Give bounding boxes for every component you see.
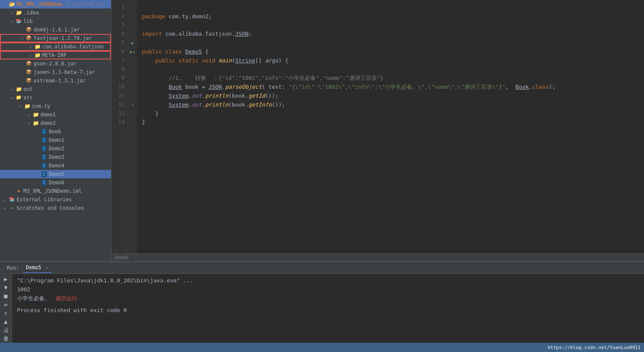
fastjson-jar[interactable]: 📦 fastjson-1.2.70.jar (0, 34, 111, 42)
out-folder[interactable]: out (0, 85, 111, 93)
demo1-label: demo1 (40, 112, 56, 118)
ext-libraries[interactable]: 📚 External Libraries (0, 195, 111, 204)
demo5-tab[interactable]: Demo5 ✕ (23, 263, 52, 273)
gson-jar[interactable]: 📦 gson-2.8.6.jar (0, 59, 111, 68)
demo1-icon (32, 111, 39, 118)
d1-icon (41, 137, 48, 144)
jaxen-jar[interactable]: 📦 jaxen-1.1-beta-7.jar (0, 68, 111, 76)
d2-icon (41, 145, 48, 152)
iml-file[interactable]: ◆ M3_XML_JSONDemo.iml (0, 187, 111, 195)
iml-label: M3_XML_JSONDemo.iml (23, 188, 82, 194)
ext-label: External Libraries (17, 197, 72, 203)
demo2-class[interactable]: Demo2 (0, 144, 111, 153)
wrap-btn[interactable]: ⇌ (1, 301, 11, 308)
demo2-arrow (26, 121, 32, 126)
console-output[interactable]: "C:\Program Files\Java\jdk1.8.0_202\bin\… (12, 274, 644, 343)
comty-arrow (17, 104, 24, 109)
gson-icon: 📦 (26, 60, 32, 67)
run-method-btn[interactable]: ▶ (130, 49, 133, 55)
d4-label: Demo4 (49, 163, 64, 169)
run-label: Run: (3, 263, 23, 273)
idea-arrow (9, 11, 15, 15)
idea-folder[interactable]: .idea (0, 8, 111, 17)
xstream-jar[interactable]: 📦 xstream-1.3.1.jar (0, 76, 111, 85)
gutter: ▶ ▶▾ ▾ (128, 0, 137, 253)
run-main-btn[interactable]: ▶ (131, 40, 134, 46)
jaxen-label: jaxen-1.1-beta-7.jar (34, 69, 95, 75)
ext-arrow (2, 197, 9, 202)
dom4j-icon: 📦 (26, 26, 32, 33)
cab-arrow (27, 45, 34, 49)
cab-label: com.alibaba.fastjson (42, 44, 104, 50)
project-folder-icon (9, 1, 15, 8)
stop-btn[interactable]: ■ (1, 293, 11, 299)
console-cmd-line: "C:\Program Files\Java\jdk1.8.0_202\bin\… (17, 276, 639, 285)
project-arrow (2, 2, 9, 7)
d5-icon (41, 171, 48, 177)
console-toolbar: ▶ ▼ ■ ⇌ ↕ ▲ 🖨 🗑 (0, 274, 12, 343)
scratches-consoles[interactable]: ✏ Scratches and Consoles (0, 204, 111, 212)
code-content[interactable]: package com.ty.demo2; import com.alibaba… (137, 0, 644, 253)
code-scroll-area[interactable]: 12345 678910 11121314 ▶ ▶▾ ▾ (111, 0, 644, 253)
src-icon: 📁 (15, 94, 22, 101)
console-out-1002: 1002 (17, 285, 639, 294)
d2-label: Demo2 (49, 146, 64, 152)
demo1-arrow (26, 113, 32, 117)
com-alibaba-fastjson[interactable]: com.alibaba.fastjson (0, 42, 111, 51)
demo2-icon (32, 120, 39, 127)
out-label: out (23, 86, 33, 92)
demo6-class[interactable]: Demo6 (0, 178, 111, 187)
gson-label: gson-2.8.6.jar (34, 61, 77, 67)
demo3-class[interactable]: Demo3 (0, 153, 111, 161)
run-again-btn[interactable]: ▶ (1, 276, 11, 282)
fold-6[interactable]: ▾ (133, 50, 135, 54)
demo2-package[interactable]: demo2 (0, 119, 111, 127)
project-label: M3_XML_JSONDemo E:\ty\JAVA_Le... (17, 1, 111, 7)
d6-label: Demo6 (49, 180, 64, 186)
src-label: src (23, 95, 33, 101)
out-arrow (9, 87, 15, 92)
clear-btn[interactable]: 🗑 (1, 335, 11, 342)
status-bar: https://blog.csdn.net/YuanLuo0911 (0, 343, 644, 352)
run-tabs: Run: Demo5 ✕ (0, 262, 644, 274)
meta-arrow (27, 53, 34, 58)
fold-12[interactable]: ▾ (131, 103, 134, 107)
lib-label: lib (23, 18, 33, 24)
project-root[interactable]: M3_XML_JSONDemo E:\ty\JAVA_Le... (0, 0, 111, 8)
lib-folder[interactable]: 📚 lib (0, 17, 111, 25)
scroll-down-btn[interactable]: ▼ (1, 284, 11, 291)
d3-icon (41, 154, 48, 161)
demo2-label: demo2 (40, 120, 56, 126)
src-arrow (9, 96, 15, 100)
dom4j-label: dom4j-1.6.1.jar (34, 27, 79, 33)
book-class[interactable]: Book (0, 127, 111, 136)
blog-link[interactable]: https://blog.csdn.net/YuanLuo0911 (548, 345, 641, 350)
demo4-class[interactable]: Demo4 (0, 161, 111, 170)
d6-icon (41, 179, 48, 186)
lib-arrow (9, 19, 15, 24)
book-icon (41, 128, 48, 135)
d3-label: Demo3 (49, 154, 64, 160)
demo1-package[interactable]: demo1 (0, 110, 111, 119)
main-area: M3_XML_JSONDemo E:\ty\JAVA_Le... .idea 📚… (0, 0, 644, 261)
demo1-class[interactable]: Demo1 (0, 136, 111, 144)
console-out-info: 小学生必备。 (17, 294, 50, 303)
iml-icon: ◆ (15, 188, 22, 194)
cab-icon (34, 43, 41, 50)
console-area: ▶ ▼ ■ ⇌ ↕ ▲ 🖨 🗑 "C:\Program Files\Java\j… (0, 274, 644, 343)
scroll-lock-btn[interactable]: ↕ (1, 310, 11, 316)
scratch-arrow (2, 206, 9, 211)
out-icon (15, 86, 22, 93)
scroll-up-btn[interactable]: ▲ (1, 318, 11, 325)
com-ty-package[interactable]: com.ty (0, 102, 111, 110)
ext-icon: 📚 (9, 196, 15, 203)
dom4j-jar[interactable]: 📦 dom4j-1.6.1.jar (0, 25, 111, 34)
meta-inf[interactable]: META-INF (0, 51, 111, 59)
tab-close-btn[interactable]: ✕ (46, 265, 48, 270)
console-exit-line: Process finished with exit code 0 (17, 306, 639, 315)
idea-label: .idea (23, 10, 39, 16)
demo5-class[interactable]: Demo5 (0, 170, 111, 178)
code-editor: 12345 678910 11121314 ▶ ▶▾ ▾ (111, 0, 644, 261)
src-folder[interactable]: 📁 src (0, 93, 111, 102)
print-btn[interactable]: 🖨 (1, 327, 11, 333)
